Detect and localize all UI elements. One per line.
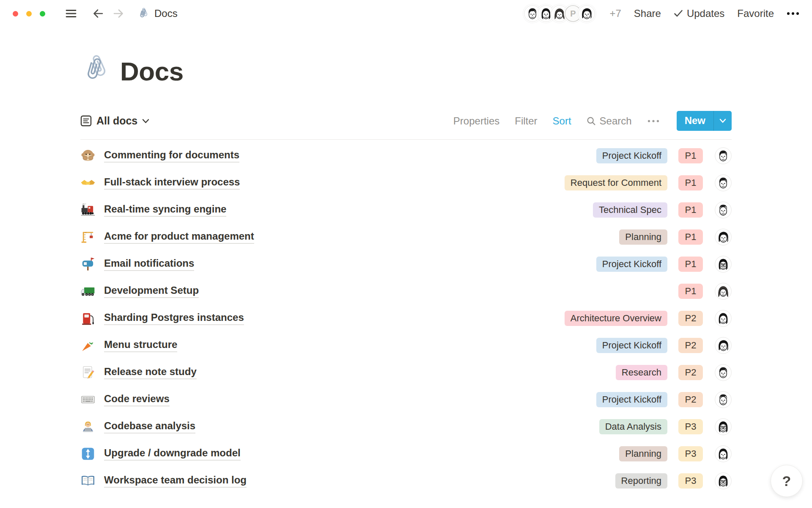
collection-toolbar: All docs Properties Filter Sort Search N…	[80, 111, 732, 131]
technologist-icon	[80, 419, 96, 434]
doc-title-link[interactable]: Real-time syncing engine	[104, 203, 226, 217]
help-button[interactable]: ?	[771, 465, 803, 497]
assignee-avatar	[715, 147, 732, 164]
view-options-icon[interactable]	[647, 119, 660, 123]
doc-list: Commenting for documentsProject KickoffP…	[80, 142, 732, 494]
priority-pill: P2	[678, 392, 703, 407]
updates-button[interactable]: Updates	[674, 8, 724, 19]
open-book-icon	[80, 473, 96, 489]
tag-pill: Planning	[619, 229, 667, 245]
doc-title-link[interactable]: Commenting for documents	[104, 149, 239, 163]
tag-pill: Project Kickoff	[596, 257, 667, 272]
table-row[interactable]: Code reviewsProject KickoffP2	[80, 386, 732, 413]
carrot-icon	[80, 338, 96, 353]
search-button[interactable]: Search	[587, 115, 632, 127]
new-button-group: New	[677, 111, 732, 131]
tag-pill: Request for Comment	[565, 175, 667, 190]
table-row[interactable]: Full-stack interview processRequest for …	[80, 169, 732, 196]
assignee-avatar	[715, 418, 732, 435]
assignee-avatar	[715, 283, 732, 300]
table-row[interactable]: Real-time syncing engineTechnical SpecP1	[80, 196, 732, 224]
sort-button[interactable]: Sort	[553, 115, 571, 127]
table-row[interactable]: Codebase analysisData AnalysisP3	[80, 413, 732, 440]
tag-pill: Project Kickoff	[596, 338, 667, 353]
search-icon	[587, 116, 596, 126]
assignee-avatar	[715, 472, 732, 489]
filter-button[interactable]: Filter	[515, 115, 537, 127]
doc-title-link[interactable]: Workspace team decision log	[104, 474, 247, 488]
doc-title-link[interactable]: Full-stack interview process	[104, 176, 240, 190]
svg-text:P: P	[571, 9, 576, 18]
assignee-avatar	[715, 202, 732, 218]
priority-pill: P2	[678, 338, 703, 353]
tag-pill: Architecture Overview	[565, 311, 667, 326]
priority-pill: P2	[678, 311, 703, 326]
memo-icon	[80, 365, 96, 380]
doc-title-link[interactable]: Acme for product management	[104, 230, 254, 244]
doc-title-link[interactable]: Upgrade / downgrade model	[104, 447, 241, 461]
table-row[interactable]: Commenting for documentsProject KickoffP…	[80, 142, 732, 169]
tag-pill: Project Kickoff	[596, 392, 667, 407]
tag-pill: Project Kickoff	[596, 148, 667, 163]
avatar-stack[interactable]: P	[523, 4, 596, 23]
table-row[interactable]: Upgrade / downgrade modelPlanningP3	[80, 440, 732, 467]
forward-arrow-icon[interactable]	[113, 8, 124, 19]
share-button[interactable]: Share	[634, 8, 661, 19]
priority-pill: P1	[678, 284, 703, 299]
table-row[interactable]: Development SetupP1	[80, 278, 732, 305]
keyboard-icon	[80, 392, 96, 407]
new-button[interactable]: New	[677, 111, 713, 131]
avatar[interactable]	[577, 4, 596, 23]
back-arrow-icon[interactable]	[93, 8, 104, 19]
assignee-avatar	[715, 337, 732, 354]
doc-title-link[interactable]: Sharding Postgres instances	[104, 312, 244, 325]
properties-button[interactable]: Properties	[453, 115, 499, 127]
assignee-avatar	[715, 364, 732, 381]
table-row[interactable]: Acme for product managementPlanningP1	[80, 224, 732, 251]
view-switcher-all-docs[interactable]: All docs	[80, 115, 149, 127]
zoom-window-button[interactable]	[40, 11, 45, 17]
chevron-down-icon	[142, 119, 149, 124]
table-row[interactable]: Workspace team decision logReportingP3	[80, 467, 732, 494]
check-icon	[674, 9, 683, 18]
tag-pill: Planning	[619, 446, 667, 461]
avatar-overflow-count[interactable]: +7	[609, 8, 621, 19]
doc-title-link[interactable]: Email notifications	[104, 257, 194, 271]
sidebar-menu-icon[interactable]	[66, 9, 77, 18]
minimize-window-button[interactable]	[26, 11, 32, 17]
speak-no-evil-monkey-icon	[80, 148, 96, 163]
doc-title-link[interactable]: Codebase analysis	[104, 420, 195, 433]
assignee-avatar	[715, 174, 732, 191]
close-window-button[interactable]	[13, 11, 18, 17]
view-label: All docs	[96, 115, 137, 127]
handshake-icon	[80, 175, 96, 190]
priority-pill: P1	[678, 175, 703, 190]
table-row[interactable]: Menu structureProject KickoffP2	[80, 332, 732, 359]
more-options-icon[interactable]	[787, 12, 799, 15]
page-icon-paperclips[interactable]	[80, 54, 111, 85]
doc-title-link[interactable]: Release note study	[104, 366, 197, 379]
page-breadcrumb-paperclip-icon	[137, 8, 149, 19]
assignee-avatar	[715, 391, 732, 408]
favorite-button[interactable]: Favorite	[737, 8, 774, 19]
doc-title-link[interactable]: Menu structure	[104, 339, 177, 352]
doc-title-link[interactable]: Development Setup	[104, 284, 199, 298]
priority-pill: P1	[678, 202, 703, 218]
doc-list-view-icon	[80, 115, 92, 127]
priority-pill: P1	[678, 148, 703, 163]
breadcrumb[interactable]: Docs	[154, 8, 178, 19]
table-row[interactable]: Email notificationsProject KickoffP1	[80, 251, 732, 278]
priority-pill: P3	[678, 473, 703, 489]
toolbar-divider	[80, 139, 732, 140]
mailbox-icon	[80, 257, 96, 272]
new-button-dropdown[interactable]	[713, 111, 732, 131]
articulated-lorry-icon	[80, 284, 96, 299]
table-row[interactable]: Release note studyResearchP2	[80, 359, 732, 386]
assignee-avatar	[715, 445, 732, 462]
assignee-avatar	[715, 310, 732, 327]
up-down-arrow-icon	[80, 446, 96, 461]
locomotive-icon	[80, 202, 96, 218]
table-row[interactable]: Sharding Postgres instancesArchitecture …	[80, 305, 732, 332]
tag-pill: Data Analysis	[599, 419, 667, 434]
doc-title-link[interactable]: Code reviews	[104, 393, 170, 406]
